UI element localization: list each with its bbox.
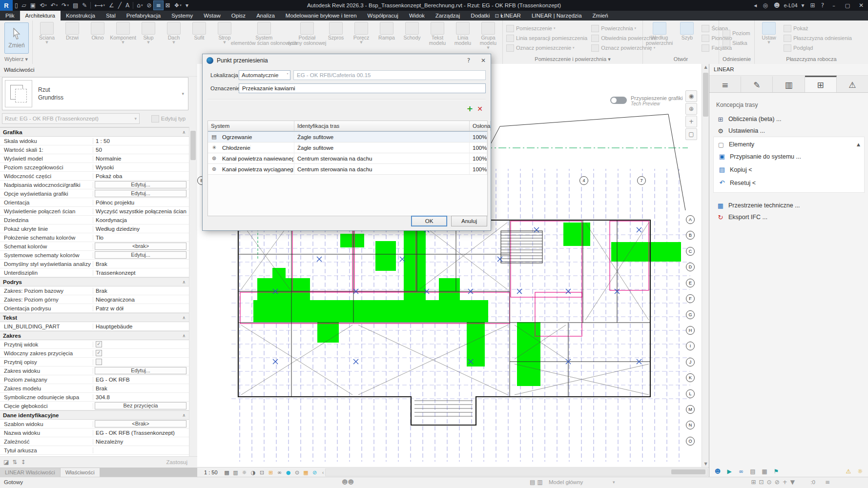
location-combo[interactable]: Automatycznie˅: [239, 70, 290, 80]
qat-button[interactable]: ▱▾: [20, 1, 28, 10]
property-value[interactable]: 50: [93, 147, 189, 153]
linear-menu-item[interactable]: ▦Przestrzenie techniczne ...: [709, 200, 868, 211]
group-label-select[interactable]: Wybierz ▾: [0, 55, 32, 63]
property-value[interactable]: Brak: [93, 288, 189, 294]
ribbon-button[interactable]: Komponent ▼: [110, 21, 136, 55]
close-icon[interactable]: ✕: [476, 57, 491, 64]
property-edit-button[interactable]: <brak>: [95, 243, 186, 250]
property-checkbox[interactable]: [96, 359, 102, 365]
column-header[interactable]: Identyfikacja tras: [294, 121, 470, 131]
dialog-title-bar[interactable]: Punkt przeniesienia ? ✕: [203, 54, 491, 67]
ribbon-button[interactable]: Systemelementów ścian osłonowych ▼: [237, 21, 291, 55]
ribbon-tab[interactable]: Wstaw: [198, 11, 226, 20]
collapse-icon[interactable]: ▲: [857, 142, 860, 147]
ribbon-button[interactable]: Podziałściany osłonowej ▼: [291, 21, 323, 55]
ribbon-button[interactable]: Wedługpowierzchni▼: [644, 21, 674, 55]
property-value[interactable]: EG - OK RFB (Trassenkonzept): [93, 430, 189, 436]
table-row[interactable]: ⊛Kanał powietrza nawiewanego Centrum ste…: [208, 153, 487, 164]
property-value[interactable]: Trassenkonzept: [93, 270, 189, 276]
property-value[interactable]: Koordynacja: [93, 217, 189, 223]
ribbon-tab[interactable]: Prefabrykacja: [121, 11, 166, 20]
revit-logo[interactable]: R: [0, 0, 13, 11]
ribbon-button[interactable]: Pomieszczenie▾: [506, 24, 587, 33]
stairs[interactable]: [501, 231, 542, 263]
property-value[interactable]: Według dziedziny: [93, 226, 189, 232]
ribbon-tab[interactable]: Stal: [101, 11, 121, 20]
qat-button[interactable]: ⊠▾: [164, 1, 172, 10]
property-checkbox[interactable]: ✓: [96, 341, 102, 347]
property-edit-button[interactable]: <Brak>: [95, 420, 186, 427]
qat-button[interactable]: ↶▾: [49, 1, 60, 10]
worksets-icon[interactable]: ☻☻: [342, 479, 354, 486]
property-value[interactable]: Wysoki: [93, 164, 189, 170]
property-value[interactable]: Północ projektu: [93, 200, 189, 205]
linear-menu-item-elements[interactable]: ▢ Elementy ▲: [714, 139, 864, 150]
ribbon-tab[interactable]: Opisz: [226, 11, 251, 20]
property-value[interactable]: 304.8: [93, 394, 189, 400]
ribbon-button[interactable]: Ustaw▼: [756, 21, 782, 55]
linear-menu-item[interactable]: ↶Resetuj <: [714, 176, 864, 189]
selection-filter-count[interactable]: :0: [810, 479, 815, 485]
edit-type-button[interactable]: Edytuj typ: [142, 113, 195, 124]
qat-button[interactable]: ▾: [90, 2, 91, 9]
linear-menu-item[interactable]: ▣Przypisanie do systemu ...: [714, 150, 864, 163]
ribbon-button[interactable]: Pokaż▾: [784, 24, 852, 33]
canvas-vertical-scrollbar[interactable]: ▲▼: [702, 64, 709, 468]
property-value[interactable]: Brak: [93, 386, 189, 391]
ribbon-tab[interactable]: Analiza: [251, 11, 280, 20]
collapse-icon[interactable]: ∧: [182, 280, 186, 285]
property-value[interactable]: Normalnie: [93, 156, 189, 162]
qat-button[interactable]: ▯▾: [13, 1, 20, 10]
property-value[interactable]: Wyczyść wszystkie połączenia ścian: [93, 208, 189, 214]
ribbon-tab[interactable]: Widok: [404, 11, 430, 20]
qat-button[interactable]: ▾▾: [184, 1, 190, 10]
collapse-icon[interactable]: ∧: [182, 333, 186, 338]
property-edit-button[interactable]: Edytuj...: [95, 190, 186, 197]
linear-menu-item[interactable]: ⚙Ustawienia ...: [709, 125, 868, 137]
linear-tab[interactable]: ≡: [709, 76, 741, 92]
qat-button[interactable]: ╱▾: [116, 1, 124, 10]
ribbon-tab[interactable]: Konstrukcja: [61, 11, 101, 20]
property-edit-button[interactable]: Edytuj...: [95, 181, 186, 188]
mark-input[interactable]: Przekazanie kawiarni: [239, 83, 486, 93]
properties-tab[interactable]: Właściwości: [61, 468, 100, 477]
ribbon-button[interactable]: Grupamodelu ▼: [475, 21, 501, 55]
ribbon-button[interactable]: Oznacz pomieszczenie▾: [506, 43, 587, 52]
modify-options-icon[interactable]: ⊡ ▾: [491, 11, 507, 20]
collapse-icon[interactable]: ∧: [182, 315, 186, 320]
design-options-icon[interactable]: ▤▥: [530, 479, 545, 486]
column-header[interactable]: System: [208, 121, 294, 131]
qat-button[interactable]: ≡▾: [153, 0, 163, 10]
ribbon-button[interactable]: Słup ▼: [136, 21, 161, 55]
ribbon-tab[interactable]: Zmień: [587, 11, 614, 20]
property-value[interactable]: Patrz w dół: [93, 305, 189, 311]
canvas-horizontal-scrollbar[interactable]: [325, 468, 708, 476]
linear-menu-item[interactable]: ⊞Obliczenia (beta) ...: [709, 113, 868, 125]
property-value[interactable]: Nieograniczona: [93, 297, 189, 303]
qat-button[interactable]: ❖▾: [172, 1, 184, 10]
selection-list-icon[interactable]: ≡: [825, 479, 830, 486]
table-row[interactable]: ✳Chłodzenie Żagle sufitowe 100%: [208, 142, 487, 153]
ribbon-button[interactable]: Szpros ▼: [323, 21, 349, 55]
table-row[interactable]: ⊛Kanał powietrza wyciąganego Centrum ste…: [208, 164, 487, 175]
cancel-button[interactable]: Anuluj: [451, 216, 487, 226]
property-edit-button[interactable]: Edytuj...: [95, 367, 186, 374]
properties-tab[interactable]: LINEAR Właściwości: [0, 468, 60, 477]
table-row[interactable]: ▤Ogrzewanie Żagle sufitowe 100%: [208, 131, 487, 142]
property-value[interactable]: 1 : 50: [93, 138, 189, 144]
linear-tab[interactable]: ⊞: [805, 76, 837, 92]
property-checkbox[interactable]: ✓: [96, 350, 102, 356]
design-option-value[interactable]: Model główny: [549, 479, 583, 485]
qat-button[interactable]: ✎▾: [80, 1, 89, 10]
type-selector[interactable]: RzutGrundriss ▾: [2, 77, 188, 110]
property-edit-button[interactable]: Edytuj...: [95, 251, 186, 259]
ribbon-tab[interactable]: Współpracuj: [362, 11, 404, 20]
property-value[interactable]: Brak: [93, 261, 189, 267]
ribbon-tab[interactable]: LINEAR | Narzędzia: [526, 11, 587, 20]
property-value[interactable]: Pokaż oba: [93, 173, 189, 179]
ribbon-button[interactable]: Schody ▼: [399, 21, 425, 55]
ribbon-button[interactable]: Podgląd▾: [784, 43, 852, 52]
collapse-icon[interactable]: ∧: [182, 130, 186, 135]
qat-button[interactable]: ↷▾: [60, 1, 71, 10]
linear-tab[interactable]: ✎: [741, 76, 773, 92]
